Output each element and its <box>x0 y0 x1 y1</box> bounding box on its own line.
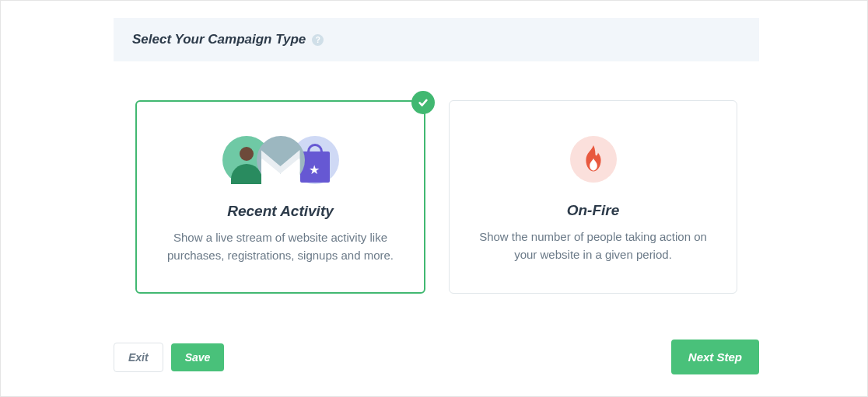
recent-activity-illustration: ★ <box>160 133 401 187</box>
card-title: Recent Activity <box>160 203 401 220</box>
selected-check-icon <box>411 91 435 114</box>
help-icon[interactable]: ? <box>312 34 324 46</box>
card-description: Show the number of people taking action … <box>473 228 713 263</box>
card-title: On-Fire <box>473 202 713 219</box>
exit-button[interactable]: Exit <box>114 343 163 372</box>
card-on-fire[interactable]: On-Fire Show the number of people taking… <box>449 100 737 294</box>
campaign-type-cards: ★ Recent Activity Show a live stream of … <box>114 61 759 317</box>
section-header: Select Your Campaign Type ? <box>114 18 759 61</box>
save-button[interactable]: Save <box>171 343 225 371</box>
footer-actions: Exit Save Next Step <box>114 340 759 374</box>
next-step-button[interactable]: Next Step <box>671 340 759 374</box>
card-recent-activity[interactable]: ★ Recent Activity Show a live stream of … <box>135 100 425 294</box>
card-description: Show a live stream of website activity l… <box>160 229 401 264</box>
on-fire-illustration <box>473 132 713 186</box>
section-title: Select Your Campaign Type <box>132 32 306 47</box>
